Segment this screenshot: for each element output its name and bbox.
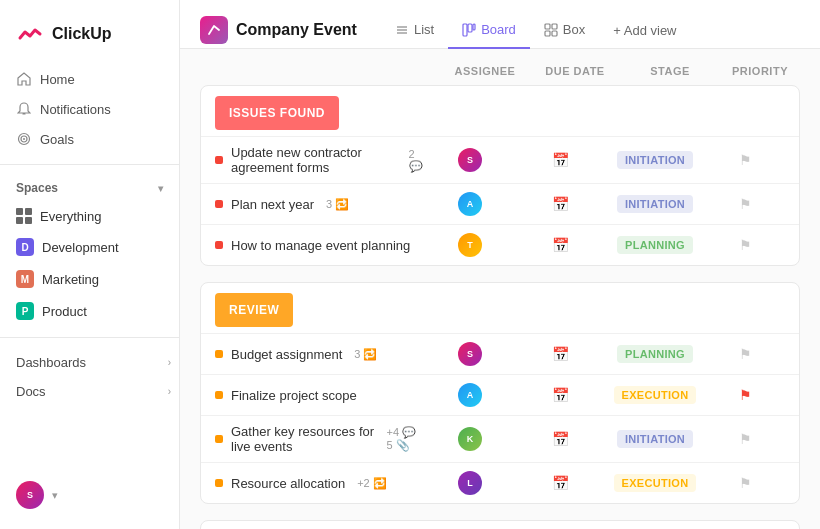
sidebar-divider-2 [0,337,179,338]
task-priority-dot [215,479,223,487]
tab-box[interactable]: Box [530,12,599,49]
spaces-section-header: Spaces ▾ [0,175,179,201]
status-badge: EXECUTION [614,474,697,492]
task-name-cell: How to manage event planning [215,238,425,253]
group-issues: ISSUES FOUND Update new contractor agree… [200,85,800,266]
task-priority-dot [215,391,223,399]
board-tab-icon [462,23,476,37]
main-header: Company Event List Board Box + Add view [180,0,820,49]
calendar-icon: 📅 [552,346,569,362]
status-badge: PLANNING [617,345,693,363]
docs-label: Docs [16,384,46,399]
board-content: ASSIGNEE DUE DATE STAGE PRIORITY ISSUES … [180,49,820,529]
task-name-cell: Finalize project scope [215,388,425,403]
sidebar-product-label: Product [42,304,87,319]
sidebar-goals-label: Goals [40,132,74,147]
main-content: Company Event List Board Box + Add view [180,0,820,529]
project-title: Company Event [236,21,357,39]
task-name: Gather key resources for live events [231,424,375,454]
task-priority-dot [215,350,223,358]
sidebar-home-label: Home [40,72,75,87]
table-row: Update new contractor agreement forms 2 … [201,136,799,183]
due-date-cell: 📅 [515,237,605,253]
svg-rect-10 [545,24,550,29]
box-tab-icon [544,23,558,37]
sidebar-item-everything[interactable]: Everything [0,201,179,231]
svg-rect-7 [463,24,467,36]
bell-icon [16,101,32,117]
home-icon [16,71,32,87]
avatar[interactable]: S [16,481,44,509]
due-date-cell: 📅 [515,475,605,491]
col-header-name [200,65,440,77]
col-header-priority: PRIORITY [720,65,800,77]
task-name: Update new contractor agreement forms [231,145,397,175]
group-header-issues: ISSUES FOUND [215,96,339,130]
target-icon [16,131,32,147]
due-date-cell: 📅 [515,387,605,403]
task-name: Budget assignment [231,347,342,362]
table-row: Plan next year 3 🔁 A 📅 INITIATION ⚑ [201,183,799,224]
calendar-icon: 📅 [552,387,569,403]
status-cell: EXECUTION [605,474,705,492]
sidebar-item-home[interactable]: Home [8,64,171,94]
task-avatar: A [458,192,482,216]
sidebar-item-docs[interactable]: Docs › [0,377,179,406]
svg-rect-9 [473,24,475,30]
task-name: Finalize project scope [231,388,357,403]
add-view-button[interactable]: + Add view [599,13,690,48]
loop-count: 3 🔁 [326,198,349,211]
sidebar-item-development[interactable]: D Development [0,231,179,263]
tab-list[interactable]: List [381,12,448,49]
sidebar: ClickUp Home Notifications Goals Spaces … [0,0,180,529]
group-ready: READY New contractor agreement R 📅 INITI… [200,520,800,529]
svg-point-3 [23,138,25,140]
loop-count: +2 🔁 [357,477,387,490]
col-header-due-date: DUE DATE [530,65,620,77]
tab-board-label: Board [481,22,516,37]
svg-rect-8 [468,24,472,32]
flag-icon: ⚑ [739,346,752,362]
logo-area: ClickUp [0,12,179,64]
task-badge: +2 🔁 [357,477,387,490]
project-title-area: Company Event [200,16,381,44]
status-badge: INITIATION [617,430,693,448]
development-space-dot: D [16,238,34,256]
task-avatar: T [458,233,482,257]
status-cell: INITIATION [605,430,705,448]
assignee-cell: S [425,342,515,366]
task-avatar: K [458,427,482,451]
extra-count: +4 💬 5 📎 [387,426,426,452]
table-row: Budget assignment 3 🔁 S 📅 PLANNING ⚑ [201,333,799,374]
due-date-cell: 📅 [515,431,605,447]
chevron-down-icon: ▾ [158,183,163,194]
col-header-assignee: ASSIGNEE [440,65,530,77]
due-date-cell: 📅 [515,346,605,362]
due-date-cell: 📅 [515,152,605,168]
sidebar-item-marketing[interactable]: M Marketing [0,263,179,295]
sidebar-item-product[interactable]: P Product [0,295,179,327]
task-badge: +4 💬 5 📎 [387,426,426,452]
task-priority-dot [215,241,223,249]
sidebar-item-notifications[interactable]: Notifications [8,94,171,124]
product-space-dot: P [16,302,34,320]
task-avatar: S [458,148,482,172]
task-name-cell: Plan next year 3 🔁 [215,197,425,212]
priority-cell: ⚑ [705,387,785,403]
assignee-cell: S [425,148,515,172]
sidebar-item-dashboards[interactable]: Dashboards › [0,348,179,377]
user-chevron: ▾ [52,489,58,502]
grid-icon [16,208,32,224]
assignee-cell: K [425,427,515,451]
task-name-cell: Resource allocation +2 🔁 [215,476,425,491]
task-badge: 3 🔁 [354,348,377,361]
priority-cell: ⚑ [705,346,785,362]
priority-cell: ⚑ [705,196,785,212]
status-cell: PLANNING [605,236,705,254]
svg-rect-11 [552,24,557,29]
status-cell: EXECUTION [605,386,705,404]
sidebar-item-goals[interactable]: Goals [8,124,171,154]
calendar-icon: 📅 [552,152,569,168]
tab-board[interactable]: Board [448,12,530,49]
project-icon [200,16,228,44]
